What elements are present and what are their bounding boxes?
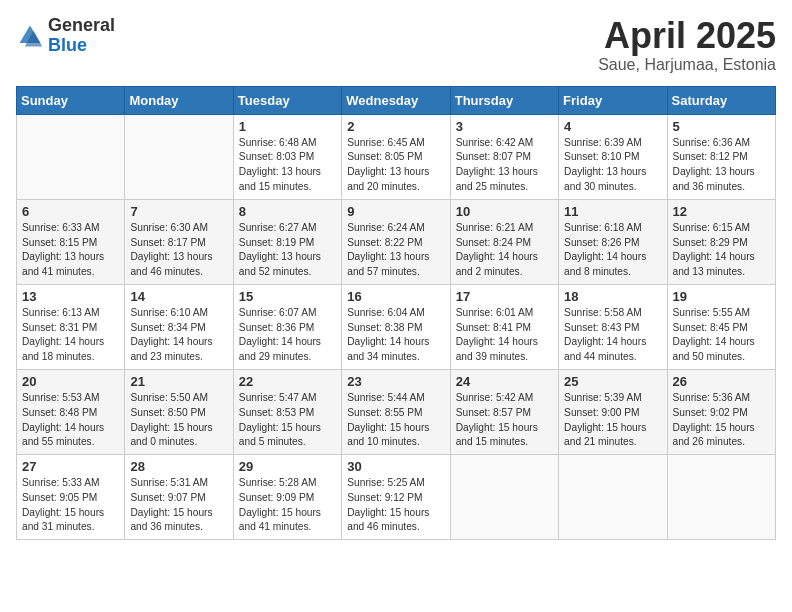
calendar-cell: 22Sunrise: 5:47 AM Sunset: 8:53 PM Dayli…: [233, 369, 341, 454]
day-detail: Sunrise: 5:50 AM Sunset: 8:50 PM Dayligh…: [130, 391, 227, 450]
calendar-cell: [17, 114, 125, 199]
day-detail: Sunrise: 5:55 AM Sunset: 8:45 PM Dayligh…: [673, 306, 770, 365]
day-number: 27: [22, 459, 119, 474]
day-number: 15: [239, 289, 336, 304]
page-header: General Blue April 2025 Saue, Harjumaa, …: [16, 16, 776, 74]
day-number: 24: [456, 374, 553, 389]
calendar-cell: [559, 455, 667, 540]
week-row-4: 20Sunrise: 5:53 AM Sunset: 8:48 PM Dayli…: [17, 369, 776, 454]
calendar-table: SundayMondayTuesdayWednesdayThursdayFrid…: [16, 86, 776, 541]
calendar-cell: 14Sunrise: 6:10 AM Sunset: 8:34 PM Dayli…: [125, 284, 233, 369]
weekday-header-tuesday: Tuesday: [233, 86, 341, 114]
calendar-cell: 24Sunrise: 5:42 AM Sunset: 8:57 PM Dayli…: [450, 369, 558, 454]
day-number: 29: [239, 459, 336, 474]
calendar-cell: 17Sunrise: 6:01 AM Sunset: 8:41 PM Dayli…: [450, 284, 558, 369]
day-detail: Sunrise: 5:25 AM Sunset: 9:12 PM Dayligh…: [347, 476, 444, 535]
weekday-header-friday: Friday: [559, 86, 667, 114]
day-number: 2: [347, 119, 444, 134]
weekday-header-saturday: Saturday: [667, 86, 775, 114]
day-number: 10: [456, 204, 553, 219]
day-detail: Sunrise: 6:36 AM Sunset: 8:12 PM Dayligh…: [673, 136, 770, 195]
day-number: 4: [564, 119, 661, 134]
day-number: 8: [239, 204, 336, 219]
day-detail: Sunrise: 5:58 AM Sunset: 8:43 PM Dayligh…: [564, 306, 661, 365]
day-number: 25: [564, 374, 661, 389]
calendar-title: April 2025: [598, 16, 776, 56]
calendar-cell: 9Sunrise: 6:24 AM Sunset: 8:22 PM Daylig…: [342, 199, 450, 284]
calendar-cell: [125, 114, 233, 199]
logo-blue-text: Blue: [48, 36, 115, 56]
day-number: 23: [347, 374, 444, 389]
day-detail: Sunrise: 6:04 AM Sunset: 8:38 PM Dayligh…: [347, 306, 444, 365]
calendar-cell: 2Sunrise: 6:45 AM Sunset: 8:05 PM Daylig…: [342, 114, 450, 199]
day-detail: Sunrise: 6:45 AM Sunset: 8:05 PM Dayligh…: [347, 136, 444, 195]
day-detail: Sunrise: 6:42 AM Sunset: 8:07 PM Dayligh…: [456, 136, 553, 195]
day-number: 11: [564, 204, 661, 219]
calendar-cell: 3Sunrise: 6:42 AM Sunset: 8:07 PM Daylig…: [450, 114, 558, 199]
day-detail: Sunrise: 6:01 AM Sunset: 8:41 PM Dayligh…: [456, 306, 553, 365]
calendar-cell: 11Sunrise: 6:18 AM Sunset: 8:26 PM Dayli…: [559, 199, 667, 284]
day-number: 3: [456, 119, 553, 134]
day-number: 7: [130, 204, 227, 219]
title-block: April 2025 Saue, Harjumaa, Estonia: [598, 16, 776, 74]
day-detail: Sunrise: 5:36 AM Sunset: 9:02 PM Dayligh…: [673, 391, 770, 450]
day-number: 26: [673, 374, 770, 389]
day-detail: Sunrise: 5:47 AM Sunset: 8:53 PM Dayligh…: [239, 391, 336, 450]
calendar-cell: [450, 455, 558, 540]
day-number: 28: [130, 459, 227, 474]
logo-general-text: General: [48, 16, 115, 36]
calendar-cell: 13Sunrise: 6:13 AM Sunset: 8:31 PM Dayli…: [17, 284, 125, 369]
weekday-header-thursday: Thursday: [450, 86, 558, 114]
calendar-cell: 1Sunrise: 6:48 AM Sunset: 8:03 PM Daylig…: [233, 114, 341, 199]
calendar-cell: 7Sunrise: 6:30 AM Sunset: 8:17 PM Daylig…: [125, 199, 233, 284]
weekday-header-monday: Monday: [125, 86, 233, 114]
day-detail: Sunrise: 6:48 AM Sunset: 8:03 PM Dayligh…: [239, 136, 336, 195]
day-number: 16: [347, 289, 444, 304]
logo: General Blue: [16, 16, 115, 56]
calendar-cell: 15Sunrise: 6:07 AM Sunset: 8:36 PM Dayli…: [233, 284, 341, 369]
day-number: 12: [673, 204, 770, 219]
calendar-cell: 4Sunrise: 6:39 AM Sunset: 8:10 PM Daylig…: [559, 114, 667, 199]
calendar-cell: [667, 455, 775, 540]
day-number: 13: [22, 289, 119, 304]
week-row-3: 13Sunrise: 6:13 AM Sunset: 8:31 PM Dayli…: [17, 284, 776, 369]
day-number: 30: [347, 459, 444, 474]
day-detail: Sunrise: 6:13 AM Sunset: 8:31 PM Dayligh…: [22, 306, 119, 365]
calendar-cell: 20Sunrise: 5:53 AM Sunset: 8:48 PM Dayli…: [17, 369, 125, 454]
day-number: 21: [130, 374, 227, 389]
day-detail: Sunrise: 6:18 AM Sunset: 8:26 PM Dayligh…: [564, 221, 661, 280]
day-number: 20: [22, 374, 119, 389]
day-number: 1: [239, 119, 336, 134]
day-detail: Sunrise: 5:28 AM Sunset: 9:09 PM Dayligh…: [239, 476, 336, 535]
calendar-cell: 27Sunrise: 5:33 AM Sunset: 9:05 PM Dayli…: [17, 455, 125, 540]
calendar-cell: 23Sunrise: 5:44 AM Sunset: 8:55 PM Dayli…: [342, 369, 450, 454]
calendar-cell: 5Sunrise: 6:36 AM Sunset: 8:12 PM Daylig…: [667, 114, 775, 199]
day-number: 14: [130, 289, 227, 304]
day-detail: Sunrise: 6:27 AM Sunset: 8:19 PM Dayligh…: [239, 221, 336, 280]
day-detail: Sunrise: 6:30 AM Sunset: 8:17 PM Dayligh…: [130, 221, 227, 280]
calendar-cell: 12Sunrise: 6:15 AM Sunset: 8:29 PM Dayli…: [667, 199, 775, 284]
calendar-location: Saue, Harjumaa, Estonia: [598, 56, 776, 74]
calendar-cell: 30Sunrise: 5:25 AM Sunset: 9:12 PM Dayli…: [342, 455, 450, 540]
day-number: 18: [564, 289, 661, 304]
day-number: 22: [239, 374, 336, 389]
day-detail: Sunrise: 6:15 AM Sunset: 8:29 PM Dayligh…: [673, 221, 770, 280]
calendar-cell: 10Sunrise: 6:21 AM Sunset: 8:24 PM Dayli…: [450, 199, 558, 284]
day-number: 6: [22, 204, 119, 219]
day-detail: Sunrise: 5:44 AM Sunset: 8:55 PM Dayligh…: [347, 391, 444, 450]
day-detail: Sunrise: 6:10 AM Sunset: 8:34 PM Dayligh…: [130, 306, 227, 365]
day-detail: Sunrise: 6:24 AM Sunset: 8:22 PM Dayligh…: [347, 221, 444, 280]
weekday-header-row: SundayMondayTuesdayWednesdayThursdayFrid…: [17, 86, 776, 114]
calendar-cell: 25Sunrise: 5:39 AM Sunset: 9:00 PM Dayli…: [559, 369, 667, 454]
day-detail: Sunrise: 5:33 AM Sunset: 9:05 PM Dayligh…: [22, 476, 119, 535]
day-detail: Sunrise: 6:21 AM Sunset: 8:24 PM Dayligh…: [456, 221, 553, 280]
calendar-cell: 8Sunrise: 6:27 AM Sunset: 8:19 PM Daylig…: [233, 199, 341, 284]
day-detail: Sunrise: 5:53 AM Sunset: 8:48 PM Dayligh…: [22, 391, 119, 450]
calendar-cell: 6Sunrise: 6:33 AM Sunset: 8:15 PM Daylig…: [17, 199, 125, 284]
calendar-cell: 26Sunrise: 5:36 AM Sunset: 9:02 PM Dayli…: [667, 369, 775, 454]
calendar-cell: 16Sunrise: 6:04 AM Sunset: 8:38 PM Dayli…: [342, 284, 450, 369]
day-number: 5: [673, 119, 770, 134]
calendar-cell: 18Sunrise: 5:58 AM Sunset: 8:43 PM Dayli…: [559, 284, 667, 369]
day-detail: Sunrise: 6:33 AM Sunset: 8:15 PM Dayligh…: [22, 221, 119, 280]
calendar-cell: 19Sunrise: 5:55 AM Sunset: 8:45 PM Dayli…: [667, 284, 775, 369]
